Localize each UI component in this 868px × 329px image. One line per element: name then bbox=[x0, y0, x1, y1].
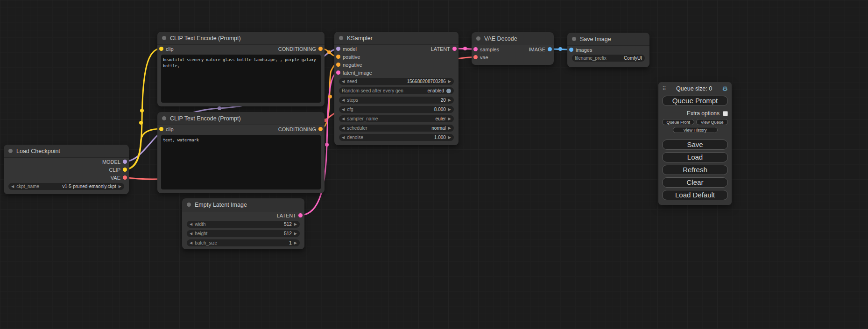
node-ksampler[interactable]: KSampler model LATENT positive negative … bbox=[334, 32, 459, 145]
node-titlebar[interactable]: KSampler bbox=[334, 32, 459, 45]
node-titlebar[interactable]: Empty Latent Image bbox=[182, 198, 304, 211]
scheduler-widget[interactable]: ◀ scheduler normal ▶ bbox=[339, 125, 454, 132]
decrement-arrow-icon[interactable]: ◀ bbox=[342, 80, 345, 84]
height-widget[interactable]: ◀ height 512 ▶ bbox=[187, 230, 300, 237]
conditioning-output-slot[interactable] bbox=[318, 127, 323, 131]
increment-arrow-icon[interactable]: ▶ bbox=[448, 80, 451, 84]
slot-row: samples IMAGE bbox=[472, 45, 554, 53]
save-button[interactable]: Save bbox=[662, 140, 728, 150]
toggle-knob-icon[interactable] bbox=[446, 89, 451, 93]
latent-image-input-slot[interactable] bbox=[336, 70, 340, 75]
wire-midpoint-dot[interactable] bbox=[327, 50, 331, 54]
queue-front-button[interactable]: Queue Front bbox=[662, 119, 694, 125]
wire-midpoint-dot[interactable] bbox=[325, 143, 329, 147]
decrement-arrow-icon[interactable]: ◀ bbox=[342, 136, 345, 140]
node-title: CLIP Text Encode (Prompt) bbox=[170, 35, 241, 42]
conditioning-output-slot[interactable] bbox=[318, 47, 323, 51]
wire-midpoint-dot[interactable] bbox=[463, 47, 467, 50]
width-widget[interactable]: ◀ width 512 ▶ bbox=[187, 221, 300, 228]
decrement-arrow-icon[interactable]: ◀ bbox=[190, 223, 192, 226]
increment-arrow-icon[interactable]: ▶ bbox=[448, 126, 451, 130]
extra-options-checkbox[interactable] bbox=[723, 111, 728, 116]
view-queue-button[interactable]: View Queue bbox=[696, 119, 728, 125]
negative-prompt-textarea[interactable]: text, watermark bbox=[161, 135, 321, 189]
output-label: MODEL bbox=[102, 159, 120, 165]
load-default-button[interactable]: Load Default bbox=[662, 190, 728, 200]
output-label: LATENT bbox=[277, 213, 296, 218]
node-titlebar[interactable]: CLIP Text Encode (Prompt) bbox=[157, 32, 325, 45]
clip-output-slot[interactable] bbox=[123, 168, 127, 172]
node-status-icon bbox=[572, 37, 576, 41]
increment-arrow-icon[interactable]: ▶ bbox=[294, 223, 297, 226]
widget-value: normal bbox=[431, 126, 446, 131]
decrement-arrow-icon[interactable]: ◀ bbox=[190, 232, 192, 236]
node-save-image[interactable]: Save Image images filename_prefix ComfyU… bbox=[567, 33, 649, 67]
widget-value: enabled bbox=[427, 88, 444, 93]
denoise-widget[interactable]: ◀ denoise 1.000 ▶ bbox=[339, 134, 454, 141]
sampler-name-widget[interactable]: ◀ sampler_name euler ▶ bbox=[339, 115, 454, 122]
random-seed-toggle-widget[interactable]: Random seed after every gen enabled bbox=[339, 87, 454, 94]
node-titlebar[interactable]: Save Image bbox=[567, 33, 649, 46]
node-clip-text-encode-positive[interactable]: CLIP Text Encode (Prompt) clip CONDITION… bbox=[157, 32, 325, 106]
wire-midpoint-dot[interactable] bbox=[139, 121, 143, 125]
cfg-widget[interactable]: ◀ cfg 8.000 ▶ bbox=[339, 106, 454, 113]
steps-widget[interactable]: ◀ steps 20 ▶ bbox=[339, 97, 454, 104]
images-input-slot[interactable] bbox=[569, 48, 573, 52]
increment-arrow-icon[interactable]: ▶ bbox=[294, 241, 297, 245]
ckpt-name-widget[interactable]: ◀ ckpt_name v1-5-pruned-emaonly.ckpt ▶ bbox=[8, 183, 124, 190]
samples-input-slot[interactable] bbox=[473, 47, 478, 51]
clip-input-slot[interactable] bbox=[159, 127, 163, 131]
load-button[interactable]: Load bbox=[662, 152, 728, 162]
model-input-slot[interactable] bbox=[336, 47, 340, 51]
node-clip-text-encode-negative[interactable]: CLIP Text Encode (Prompt) clip CONDITION… bbox=[157, 112, 325, 193]
wire-midpoint-dot[interactable] bbox=[140, 109, 144, 112]
vae-input-slot[interactable] bbox=[473, 55, 478, 59]
settings-gear-icon[interactable]: ⚙ bbox=[722, 85, 728, 92]
filename-prefix-widget[interactable]: filename_prefix ComfyUI bbox=[572, 55, 645, 62]
drag-handle-icon[interactable]: ⠿ bbox=[662, 85, 666, 92]
clear-button[interactable]: Clear bbox=[662, 177, 728, 188]
node-title: KSampler bbox=[347, 35, 373, 42]
latent-output-slot[interactable] bbox=[452, 47, 457, 51]
clip-input-slot[interactable] bbox=[159, 47, 163, 51]
positive-input-slot[interactable] bbox=[336, 55, 340, 59]
node-load-checkpoint[interactable]: Load Checkpoint MODEL CLIP VAE ◀ ckpt_na… bbox=[4, 145, 129, 194]
positive-prompt-textarea[interactable]: beautiful scenery nature glass bottle la… bbox=[161, 55, 321, 103]
seed-widget[interactable]: ◀ seed 156680208700286 ▶ bbox=[339, 78, 454, 85]
node-vae-decode[interactable]: VAE Decode samples IMAGE vae bbox=[472, 32, 554, 65]
node-title: CLIP Text Encode (Prompt) bbox=[170, 115, 241, 122]
wire-clip-negative[interactable] bbox=[125, 129, 161, 169]
increment-arrow-icon[interactable]: ▶ bbox=[448, 98, 451, 102]
decrement-arrow-icon[interactable]: ◀ bbox=[342, 126, 345, 130]
queue-prompt-button[interactable]: Queue Prompt bbox=[662, 96, 728, 106]
node-empty-latent-image[interactable]: Empty Latent Image LATENT ◀ width 512 ▶ … bbox=[182, 198, 304, 249]
widget-name: sampler_name bbox=[347, 116, 378, 121]
wire-midpoint-dot[interactable] bbox=[218, 106, 221, 110]
decrement-arrow-icon[interactable]: ◀ bbox=[11, 185, 14, 189]
decrement-arrow-icon[interactable]: ◀ bbox=[342, 98, 345, 102]
decrement-arrow-icon[interactable]: ◀ bbox=[190, 241, 192, 245]
node-titlebar[interactable]: VAE Decode bbox=[472, 32, 554, 45]
decrement-arrow-icon[interactable]: ◀ bbox=[342, 108, 345, 112]
wire-midpoint-dot[interactable] bbox=[328, 95, 332, 98]
latent-output-slot[interactable] bbox=[298, 213, 303, 217]
image-output-slot[interactable] bbox=[548, 47, 552, 51]
increment-arrow-icon[interactable]: ▶ bbox=[294, 232, 297, 236]
increment-arrow-icon[interactable]: ▶ bbox=[119, 185, 121, 189]
batch-size-widget[interactable]: ◀ batch_size 1 ▶ bbox=[187, 239, 300, 246]
vae-output-slot[interactable] bbox=[123, 175, 127, 180]
view-history-button[interactable]: View History bbox=[673, 127, 718, 133]
model-output-slot[interactable] bbox=[123, 160, 127, 164]
decrement-arrow-icon[interactable]: ◀ bbox=[342, 117, 345, 121]
node-titlebar[interactable]: CLIP Text Encode (Prompt) bbox=[157, 112, 325, 125]
input-label: clip bbox=[166, 126, 174, 132]
negative-input-slot[interactable] bbox=[336, 63, 340, 67]
widget-name: batch_size bbox=[195, 240, 217, 245]
increment-arrow-icon[interactable]: ▶ bbox=[448, 108, 451, 112]
widget-name: cfg bbox=[347, 107, 353, 112]
refresh-button[interactable]: Refresh bbox=[662, 165, 728, 175]
increment-arrow-icon[interactable]: ▶ bbox=[448, 117, 451, 121]
increment-arrow-icon[interactable]: ▶ bbox=[448, 136, 451, 140]
node-titlebar[interactable]: Load Checkpoint bbox=[4, 145, 129, 158]
wire-midpoint-dot[interactable] bbox=[558, 47, 562, 51]
